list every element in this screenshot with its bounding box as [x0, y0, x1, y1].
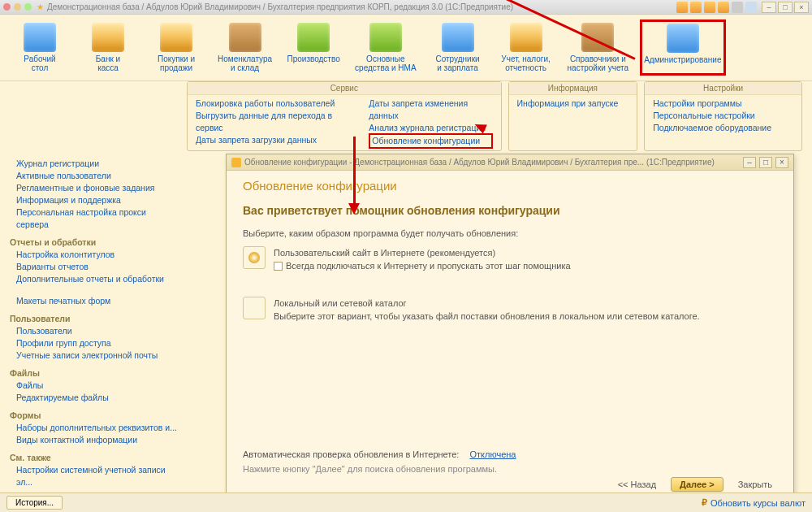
tool-label: Справочники и настройки учета	[568, 54, 629, 72]
tool-bank[interactable]: Банк и касса	[78, 20, 138, 76]
link-export-data[interactable]: Выгрузить данные для перехода в сервис	[196, 110, 352, 134]
option-local-label: Локальный или сетевой каталог	[274, 297, 700, 310]
nav-report-variants[interactable]: Варианты отчетов	[10, 261, 179, 273]
tool-label: Сотрудники и зарплата	[435, 54, 479, 72]
tool-label: Рабочий стол	[24, 54, 55, 72]
dot-green	[24, 3, 32, 11]
nav-log[interactable]: Журнал регистрации	[10, 158, 179, 170]
link-program-settings[interactable]: Настройки программы	[653, 98, 793, 110]
minimize-button[interactable]: –	[762, 2, 776, 13]
back-button[interactable]: << Назад	[610, 478, 664, 491]
dialog-body: Обновление конфигурации Вас приветствует…	[227, 171, 793, 347]
titlebar-tool-icon[interactable]	[690, 2, 702, 13]
section-header: Настройки	[645, 82, 801, 95]
nav-print-templates[interactable]: Макеты печатных форм	[10, 295, 179, 307]
update-rates-label: Обновить курсы валют	[710, 498, 806, 508]
ruble-icon: ₽	[702, 497, 707, 508]
tool-production[interactable]: Производство	[283, 20, 343, 76]
dialog-minimize-button[interactable]: –	[743, 157, 756, 168]
section-header: Информация	[509, 82, 637, 95]
nav-users[interactable]: Пользователи	[10, 325, 179, 337]
nav-active-users[interactable]: Активные пользователи	[10, 170, 179, 182]
nav-addl-reports[interactable]: Дополнительные отчеты и обработки	[10, 273, 179, 285]
nav-scheduled-jobs[interactable]: Регламентные и фоновые задания	[10, 182, 179, 194]
dot-red	[3, 3, 11, 11]
nav-headers-footers[interactable]: Настройка колонтитулов	[10, 249, 179, 261]
main-area: Обновление конфигурации - Демонстрационн…	[182, 158, 802, 512]
close-link[interactable]: Закрыть	[730, 478, 780, 491]
option-local-sub: Выберите этот вариант, чтобы указать фай…	[274, 310, 700, 323]
auto-check-label: Автоматическая проверка обновления в Инт…	[243, 449, 459, 459]
option-internet-label: Пользовательский сайт в Интернете (реком…	[274, 246, 571, 259]
link-update-config[interactable]: Обновление конфигурации	[369, 133, 492, 149]
titlebar-tool-icon[interactable]	[704, 2, 715, 13]
nav-group-forms: Формы	[10, 410, 179, 420]
dialog-titlebar: Обновление конфигурации - Демонстрационн…	[227, 154, 793, 171]
nav-group-files: Файлы	[10, 368, 179, 378]
section-settings: Настройки Настройки программы Персональн…	[644, 81, 802, 151]
link-load-ban-dates[interactable]: Даты запрета загрузки данных	[196, 134, 352, 146]
tool-label: Покупки и продажи	[158, 54, 195, 72]
tool-taxes[interactable]: Учет, налоги, отчетность	[496, 20, 556, 76]
star-icon: ★	[37, 2, 44, 11]
option-local[interactable]: Локальный или сетевой каталог Выберите э…	[243, 297, 777, 323]
nav-email-accounts[interactable]: Учетные записи электронной почты	[10, 349, 179, 362]
tool-nomenclature[interactable]: Номенклатура и склад	[214, 20, 275, 76]
tool-administration[interactable]: Администрирование	[640, 20, 725, 76]
link-startup-info[interactable]: Информация при запуске	[517, 98, 629, 110]
nav-proxy-settings[interactable]: Персональная настройка прокси сервера	[10, 206, 179, 231]
nav-addl-attributes[interactable]: Наборы дополнительных реквизитов и...	[10, 422, 179, 434]
tool-purchases[interactable]: Покупки и продажи	[146, 20, 206, 76]
tool-label: Производство	[287, 54, 340, 63]
link-personal-settings[interactable]: Персональные настройки	[653, 110, 793, 122]
always-connect-checkbox[interactable]	[274, 262, 283, 271]
link-change-ban-dates[interactable]: Даты запрета изменения данных	[369, 98, 492, 122]
tool-label: Учет, налоги, отчетность	[501, 54, 550, 72]
arrow-head-icon	[348, 203, 360, 215]
nav-system-email[interactable]: Настройки системной учетной записи эл...	[10, 464, 179, 488]
close-button[interactable]: ×	[794, 2, 809, 13]
link-block-users[interactable]: Блокировка работы пользователей	[196, 98, 352, 110]
tool-assets[interactable]: Основные средства и НМА	[352, 20, 419, 76]
titlebar-tool-icon[interactable]	[732, 2, 743, 13]
dialog-footer: << Назад Далее > Закрыть	[227, 477, 793, 492]
history-button[interactable]: История...	[6, 496, 63, 510]
link-peripherals[interactable]: Подключаемое оборудование	[653, 122, 793, 134]
nav-files[interactable]: Файлы	[10, 380, 179, 392]
tool-label: Номенклатура и склад	[218, 54, 272, 72]
next-button[interactable]: Далее >	[671, 477, 723, 492]
update-rates-link[interactable]: ₽ Обновить курсы валют	[702, 497, 806, 508]
dialog-maximize-button[interactable]: □	[759, 157, 772, 168]
next-button-label: Далее >	[680, 479, 715, 489]
update-config-dialog: Обновление конфигурации - Демонстрационн…	[226, 154, 794, 499]
nav-group-users: Пользователи	[10, 314, 179, 323]
titlebar-tool-icon[interactable]	[718, 2, 729, 13]
titlebar-tool-icon[interactable]	[676, 2, 688, 13]
window-title: Демонстрационная база / Абдулов Юрий Вла…	[47, 2, 513, 11]
tool-label: Администрирование	[644, 55, 721, 64]
section-service: Сервис Блокировка работы пользователей В…	[187, 81, 502, 151]
nav-info-support[interactable]: Информация и поддержка	[10, 194, 179, 206]
tool-desktop[interactable]: Рабочий стол	[10, 20, 70, 76]
content-area: Журнал регистрации Активные пользователи…	[0, 154, 812, 512]
dot-yellow	[14, 3, 21, 11]
nav-contact-types[interactable]: Виды контактной информации	[10, 434, 179, 446]
auto-check-state-link[interactable]: Отключена	[469, 449, 516, 459]
auto-check-row: Автоматическая проверка обновления в Инт…	[243, 449, 516, 459]
sub-sections: Сервис Блокировка работы пользователей В…	[0, 81, 812, 154]
dialog-hint: Нажмите кнопку "Далее" для поиска обновл…	[243, 464, 497, 474]
tool-label: Основные средства и НМА	[355, 54, 416, 72]
tool-directories[interactable]: Справочники и настройки учета	[564, 20, 633, 76]
nav-editable-files[interactable]: Редактируемые файлы	[10, 392, 179, 404]
always-connect-label: Всегда подключаться к Интернету и пропус…	[286, 261, 571, 271]
maximize-button[interactable]: □	[778, 2, 793, 13]
option-internet[interactable]: Пользовательский сайт в Интернете (реком…	[243, 246, 777, 272]
dialog-title-text: Обновление конфигурации - Демонстрационн…	[244, 158, 715, 167]
titlebar-help-icon[interactable]	[745, 2, 757, 13]
dialog-subheading: Вас приветствует помощник обновления кон…	[243, 204, 777, 217]
left-nav: Журнал регистрации Активные пользователи…	[10, 158, 179, 512]
dialog-close-button[interactable]: ×	[775, 157, 788, 168]
tool-employees[interactable]: Сотрудники и зарплата	[428, 20, 488, 76]
nav-access-profiles[interactable]: Профили групп доступа	[10, 337, 179, 349]
annotation-arrow-2	[353, 137, 356, 206]
